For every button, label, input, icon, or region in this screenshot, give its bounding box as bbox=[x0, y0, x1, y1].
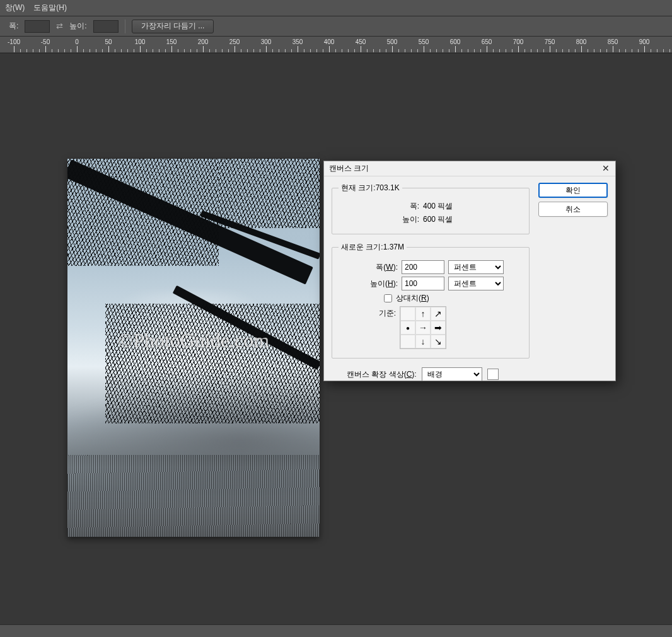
anchor-e[interactable]: ➡ bbox=[431, 321, 446, 335]
ruler-tick-label: 650 bbox=[482, 38, 492, 45]
ruler-tick-label: -100 bbox=[8, 38, 20, 45]
ruler-tick-label: 250 bbox=[229, 38, 240, 45]
ruler-tick-label: 450 bbox=[356, 38, 366, 45]
options-height-input[interactable] bbox=[93, 20, 119, 33]
ruler-tick-label: 200 bbox=[198, 38, 209, 45]
current-height-label: 높이: bbox=[375, 214, 419, 225]
photo-pine-needles bbox=[67, 159, 219, 266]
anchor-label: 기준: bbox=[356, 306, 396, 319]
horizontal-ruler: -100-50050100150200250300350400450500550… bbox=[0, 37, 672, 53]
options-width-input[interactable] bbox=[25, 20, 50, 33]
extension-color-select[interactable]: 배경 bbox=[422, 367, 482, 381]
photo-pine-needles bbox=[219, 159, 320, 228]
new-width-input[interactable] bbox=[402, 260, 444, 274]
document-canvas[interactable]: ©PhotoGuide.com bbox=[67, 159, 320, 537]
ruler-tick-label: 100 bbox=[135, 38, 146, 45]
swap-dimensions-icon[interactable]: ⇄ bbox=[56, 21, 63, 31]
ruler-tick-label: 350 bbox=[293, 38, 303, 45]
menu-window[interactable]: 창(W) bbox=[5, 3, 25, 13]
current-size-group: 현재 크기:703.1K 폭: 400 픽셀 높이: 600 픽셀 bbox=[332, 183, 530, 234]
menu-help[interactable]: 도움말(H) bbox=[33, 3, 67, 13]
options-width-label: 폭: bbox=[9, 21, 18, 32]
relative-label: 상대치(R) bbox=[396, 293, 429, 304]
status-bar bbox=[0, 624, 672, 637]
menu-bar: 창(W) 도움말(H) bbox=[0, 0, 672, 16]
ruler-tick-label: 50 bbox=[105, 38, 112, 45]
current-height-value: 600 픽셀 bbox=[423, 214, 486, 225]
cancel-button[interactable]: 취소 bbox=[538, 202, 608, 217]
ruler-tick-label: 400 bbox=[324, 38, 335, 45]
extension-color-label: 캔버스 확장 색상(C): bbox=[347, 369, 417, 380]
photo-pine-needles bbox=[105, 304, 320, 423]
dialog-title: 캔버스 크기 bbox=[329, 163, 369, 174]
close-icon[interactable]: ✕ bbox=[600, 163, 611, 175]
work-area: ©PhotoGuide.com 캔버스 크기 ✕ 현재 크기:703.1K 폭:… bbox=[0, 53, 672, 637]
relative-checkbox[interactable] bbox=[384, 294, 392, 302]
extension-color-row: 캔버스 확장 색상(C): 배경 bbox=[332, 366, 530, 381]
ruler-tick-label: -50 bbox=[41, 38, 50, 45]
ruler-tick-label: 550 bbox=[419, 38, 429, 45]
extension-color-swatch[interactable] bbox=[487, 369, 499, 380]
options-height-label: 높이: bbox=[69, 21, 86, 32]
dialog-titlebar: 캔버스 크기 ✕ bbox=[324, 161, 615, 176]
ruler-tick-label: 500 bbox=[387, 38, 398, 45]
ruler-tick-label: 800 bbox=[576, 38, 587, 45]
canvas-size-dialog: 캔버스 크기 ✕ 현재 크기:703.1K 폭: 400 픽셀 높이: 600 … bbox=[323, 161, 616, 381]
anchor-ne[interactable]: ↗ bbox=[431, 307, 446, 321]
current-width-value: 400 픽셀 bbox=[423, 201, 486, 212]
new-height-input[interactable] bbox=[402, 277, 444, 290]
new-height-label: 높이(H): bbox=[357, 278, 398, 289]
dialog-content: 현재 크기:703.1K 폭: 400 픽셀 높이: 600 픽셀 새로운 크기… bbox=[332, 183, 530, 381]
current-size-legend: 현재 크기:703.1K bbox=[339, 183, 402, 193]
ruler-tick-label: 900 bbox=[639, 38, 650, 45]
ruler-tick-label: 600 bbox=[450, 38, 461, 45]
dialog-buttons: 확인 취소 bbox=[538, 183, 608, 381]
ok-button[interactable]: 확인 bbox=[538, 183, 608, 198]
ruler-tick-label: 150 bbox=[166, 38, 177, 45]
current-width-label: 폭: bbox=[375, 201, 419, 212]
watermark-text: ©PhotoGuide.com bbox=[118, 329, 269, 352]
ruler-tick-label: 0 bbox=[75, 38, 79, 45]
anchor-w[interactable] bbox=[400, 321, 415, 335]
options-bar: 폭: ⇄ 높이: 가장자리 다듬기 ... bbox=[0, 16, 672, 37]
ruler-tick-label: 850 bbox=[608, 38, 618, 45]
anchor-s[interactable]: ↓ bbox=[415, 335, 431, 348]
anchor-n[interactable]: ↑ bbox=[415, 307, 431, 321]
anchor-se[interactable]: ↘ bbox=[431, 335, 446, 348]
anchor-c[interactable]: → bbox=[415, 321, 431, 335]
photo-bare-trees bbox=[67, 455, 320, 537]
refine-edge-button[interactable]: 가장자리 다듬기 ... bbox=[132, 20, 214, 33]
divider bbox=[125, 20, 125, 33]
new-width-unit-select[interactable]: 퍼센트 bbox=[448, 260, 504, 274]
new-width-label: 폭(W): bbox=[357, 262, 398, 273]
ruler-tick-label: 750 bbox=[545, 38, 555, 45]
ruler-tick-label: 700 bbox=[513, 38, 524, 45]
new-size-group: 새로운 크기:1.37M 폭(W): 퍼센트 높이(H): 퍼센트 bbox=[332, 242, 530, 359]
anchor-grid[interactable]: ↑ ↗ → ➡ ↓ ↘ bbox=[400, 306, 446, 349]
anchor-sw[interactable] bbox=[400, 335, 415, 348]
anchor-nw[interactable] bbox=[400, 307, 415, 321]
new-size-legend: 새로운 크기:1.37M bbox=[339, 242, 407, 253]
new-height-unit-select[interactable]: 퍼센트 bbox=[448, 277, 504, 290]
ruler-tick-label: 300 bbox=[261, 38, 272, 45]
